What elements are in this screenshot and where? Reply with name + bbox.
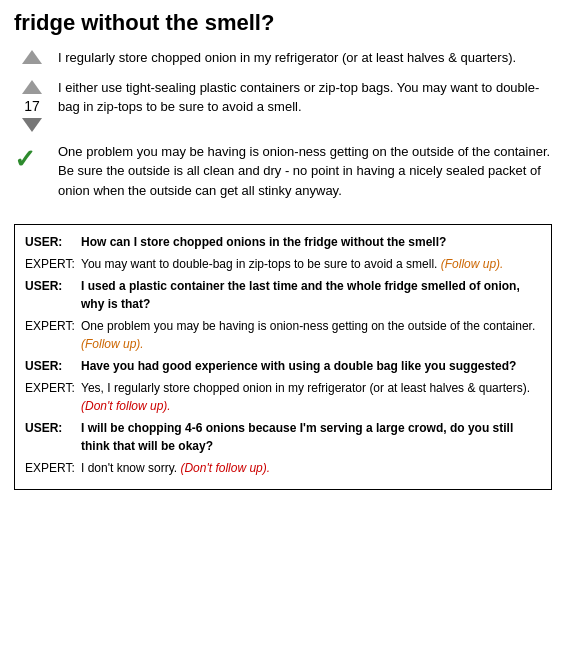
conversation-box: USER:How can I store chopped onions in t… <box>14 224 552 490</box>
conv-row-1: EXPERT:You may want to double-bag in zip… <box>25 255 541 273</box>
conv-role-6: USER: <box>25 419 77 437</box>
conv-role-7: EXPERT: <box>25 459 77 477</box>
conv-text-4: Have you had good experience with using … <box>81 357 541 375</box>
conv-annotation-1: (Follow up). <box>441 257 504 271</box>
conv-text-1: You may want to double-bag in zip-tops t… <box>81 255 541 273</box>
conv-role-1: EXPERT: <box>25 255 77 273</box>
upvote-button-2[interactable] <box>22 80 42 94</box>
answer-item-3: ✓ One problem you may be having is onion… <box>14 142 552 201</box>
page-title: fridge without the smell? <box>14 10 552 36</box>
conv-annotation-5: (Don't follow up). <box>81 399 171 413</box>
answer-text-1: I regularly store chopped onion in my re… <box>58 48 552 68</box>
conv-text-0: How can I store chopped onions in the fr… <box>81 233 541 251</box>
top-section: fridge without the smell? I regularly st… <box>0 0 566 220</box>
conv-annotation-3: (Follow up). <box>81 337 144 351</box>
answer-item-1: I regularly store chopped onion in my re… <box>14 48 552 68</box>
conv-role-2: USER: <box>25 277 77 295</box>
downvote-button-2[interactable] <box>22 118 42 132</box>
checkmark-area: ✓ <box>14 142 50 172</box>
upvote-button-1[interactable] <box>22 50 42 64</box>
conv-row-4: USER:Have you had good experience with u… <box>25 357 541 375</box>
conv-role-4: USER: <box>25 357 77 375</box>
conv-row-6: USER:I will be chopping 4-6 onions becau… <box>25 419 541 455</box>
conv-role-0: USER: <box>25 233 77 251</box>
answer-text-3: One problem you may be having is onion-n… <box>58 142 552 201</box>
conv-text-7: I don't know sorry. (Don't follow up). <box>81 459 541 477</box>
answer-text-2: I either use tight-sealing plastic conta… <box>58 78 552 117</box>
conv-row-5: EXPERT:Yes, I regularly store chopped on… <box>25 379 541 415</box>
conv-text-3: One problem you may be having is onion-n… <box>81 317 541 353</box>
conv-role-5: EXPERT: <box>25 379 77 397</box>
conv-annotation-7: (Don't follow up). <box>180 461 270 475</box>
conv-row-0: USER:How can I store chopped onions in t… <box>25 233 541 251</box>
vote-count-2: 17 <box>24 98 40 114</box>
conv-row-7: EXPERT:I don't know sorry. (Don't follow… <box>25 459 541 477</box>
vote-area-1 <box>14 48 50 66</box>
conv-text-6: I will be chopping 4-6 onions because I'… <box>81 419 541 455</box>
conv-text-5: Yes, I regularly store chopped onion in … <box>81 379 541 415</box>
vote-area-2: 17 <box>14 78 50 132</box>
answer-item-2: 17 I either use tight-sealing plastic co… <box>14 78 552 132</box>
conv-row-3: EXPERT:One problem you may be having is … <box>25 317 541 353</box>
conv-row-2: USER:I used a plastic container the last… <box>25 277 541 313</box>
conv-text-2: I used a plastic container the last time… <box>81 277 541 313</box>
accepted-checkmark: ✓ <box>14 146 36 172</box>
conv-role-3: EXPERT: <box>25 317 77 335</box>
